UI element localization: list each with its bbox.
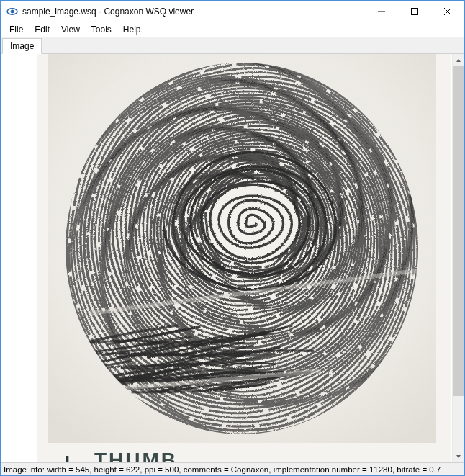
image-caption-number: I. xyxy=(64,456,76,462)
menu-edit[interactable]: Edit xyxy=(29,23,55,36)
scroll-thumb[interactable] xyxy=(453,66,464,396)
tab-strip: Image xyxy=(1,37,464,54)
vertical-scrollbar[interactable] xyxy=(452,54,464,462)
menubar: File Edit View Tools Help xyxy=(1,22,464,37)
menu-view[interactable]: View xyxy=(55,23,86,36)
svg-marker-13 xyxy=(456,455,461,458)
menu-help[interactable]: Help xyxy=(117,23,147,36)
maximize-button[interactable] xyxy=(398,1,431,22)
tab-image[interactable]: Image xyxy=(2,38,42,54)
content-area: I. THUMB xyxy=(1,54,464,462)
app-icon xyxy=(6,6,18,17)
window-title: sample_image.wsq - Cognaxon WSQ viewer xyxy=(22,6,365,17)
titlebar: sample_image.wsq - Cognaxon WSQ viewer xyxy=(1,1,464,22)
scroll-track[interactable] xyxy=(453,66,464,450)
fingerprint-image xyxy=(48,54,436,443)
svg-marker-12 xyxy=(456,59,461,62)
scroll-up-button[interactable] xyxy=(453,54,464,66)
svg-point-2 xyxy=(11,10,12,12)
image-viewport[interactable]: I. THUMB xyxy=(1,54,452,462)
status-text: Image info: width = 545, height = 622, p… xyxy=(4,465,441,474)
image-caption-text: THUMB xyxy=(94,452,178,462)
menu-file[interactable]: File xyxy=(4,23,29,36)
image-surface: I. THUMB xyxy=(37,54,451,462)
scroll-down-button[interactable] xyxy=(453,450,464,462)
svg-rect-4 xyxy=(412,8,418,14)
svg-point-1 xyxy=(11,9,14,13)
window-controls xyxy=(365,1,464,22)
menu-tools[interactable]: Tools xyxy=(86,23,117,36)
statusbar: Image info: width = 545, height = 622, p… xyxy=(1,462,464,475)
minimize-button[interactable] xyxy=(365,1,398,22)
app-window: sample_image.wsq - Cognaxon WSQ viewer F… xyxy=(0,0,465,476)
close-button[interactable] xyxy=(431,1,464,22)
